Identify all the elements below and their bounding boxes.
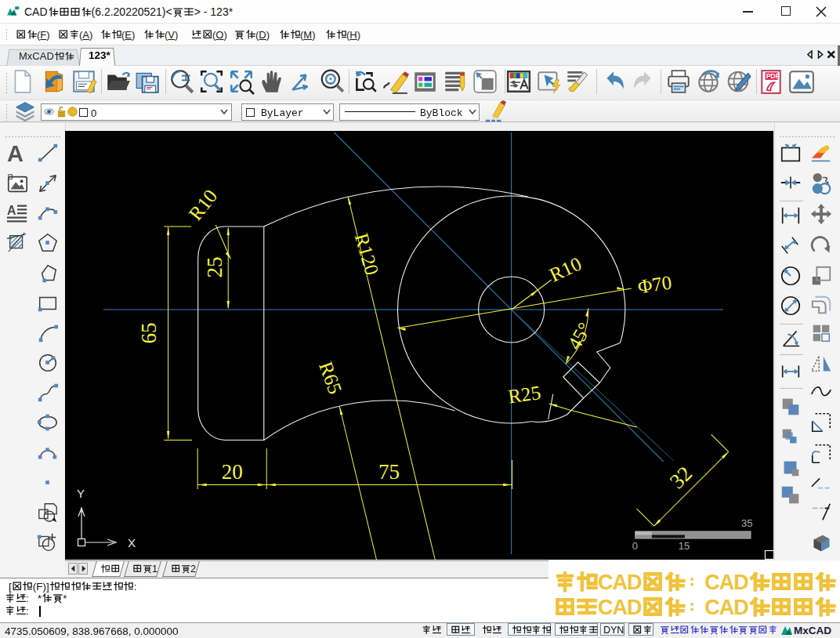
- svg-text:Φ70: Φ70: [636, 272, 673, 298]
- svg-text:R65: R65: [315, 359, 346, 397]
- svg-text:15: 15: [679, 540, 690, 552]
- svg-text:X: X: [128, 536, 136, 549]
- svg-text:R25: R25: [507, 382, 542, 408]
- svg-text:PDF: PDF: [766, 72, 780, 80]
- svg-text:R120: R120: [351, 230, 383, 277]
- svg-text:A: A: [7, 142, 24, 165]
- svg-text:45°: 45°: [563, 319, 596, 353]
- svg-text:R10: R10: [185, 186, 222, 224]
- svg-text:75: 75: [378, 460, 400, 484]
- svg-text:20: 20: [222, 460, 243, 484]
- svg-text:65: 65: [137, 323, 161, 344]
- svg-text:A: A: [7, 204, 16, 217]
- svg-text:R10: R10: [546, 252, 585, 285]
- svg-text:0: 0: [632, 540, 638, 552]
- svg-text:Y: Y: [77, 487, 85, 500]
- svg-text:35: 35: [741, 517, 752, 529]
- svg-text:25: 25: [203, 257, 226, 278]
